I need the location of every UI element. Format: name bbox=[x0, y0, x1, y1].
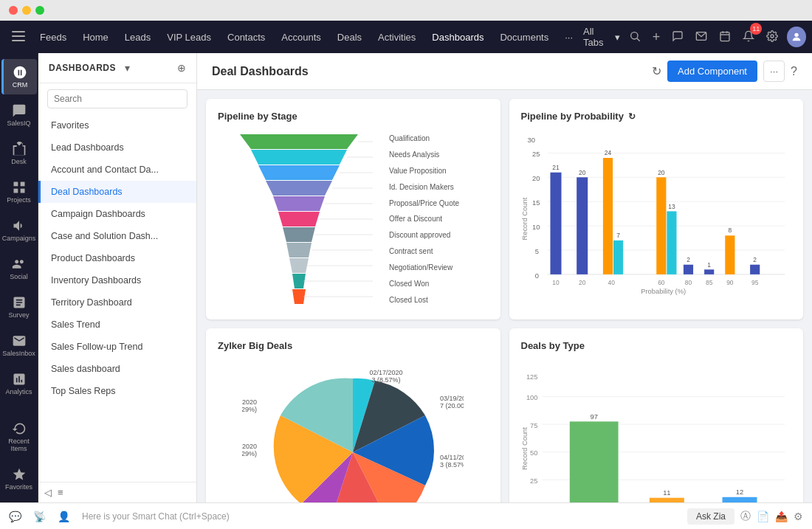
svg-marker-20 bbox=[273, 196, 325, 211]
sidebar-nav-inventory[interactable]: Inventory Dashboards bbox=[38, 269, 196, 291]
nav-contacts[interactable]: Contacts bbox=[220, 27, 272, 47]
sidebar-item-social[interactable]: Social bbox=[1, 251, 37, 286]
svg-rect-62 bbox=[667, 211, 676, 274]
sidebar-item-favorites[interactable]: Favorites bbox=[1, 461, 37, 497]
chat-icon[interactable]: 💬 bbox=[9, 511, 21, 522]
sidebar-collapse-icon[interactable]: ◁ bbox=[44, 487, 52, 498]
sidebar-nav-sales-trend[interactable]: Sales Trend bbox=[38, 314, 196, 336]
sidebar-item-salesinbox[interactable]: SalesInbox bbox=[1, 328, 37, 363]
nav-deals[interactable]: Deals bbox=[330, 27, 369, 47]
zylker-big-deals-card: Zylker Big Deals bbox=[206, 328, 500, 502]
add-component-button[interactable]: Add Component bbox=[667, 60, 757, 82]
deals-by-type-title: Deals by Type bbox=[521, 340, 792, 351]
svg-text:20: 20 bbox=[658, 169, 665, 176]
sidebar-item-projects[interactable]: Projects bbox=[1, 174, 37, 210]
svg-rect-13 bbox=[20, 182, 24, 187]
svg-text:10: 10 bbox=[532, 223, 540, 231]
label-closed-won: Closed Won bbox=[389, 279, 459, 288]
svg-text:7: 7 bbox=[616, 232, 620, 239]
svg-rect-52 bbox=[550, 173, 561, 274]
ask-zia-button[interactable]: Ask Zia bbox=[687, 508, 734, 525]
user-avatar[interactable] bbox=[787, 27, 806, 47]
chat-icon[interactable] bbox=[669, 27, 687, 47]
sidebar-nav-product[interactable]: Product Dashboards bbox=[38, 247, 196, 269]
sidebar-nav-favorites[interactable]: Favorites bbox=[38, 114, 196, 136]
zia-icon-1: Ⓐ bbox=[740, 510, 751, 523]
label-discount-approved: Discount approved bbox=[389, 230, 459, 240]
more-options-button[interactable]: ··· bbox=[763, 60, 785, 82]
sidebar-nav-top-sales-reps[interactable]: Top Sales Reps bbox=[38, 380, 196, 402]
sidebar-item-recent[interactable]: Recent Items bbox=[1, 415, 37, 458]
sidebar-add-btn[interactable]: ▾ bbox=[125, 62, 130, 74]
nav-accounts[interactable]: Accounts bbox=[274, 27, 328, 47]
channels-icon[interactable]: 📡 bbox=[33, 511, 46, 522]
prob-refresh-icon[interactable]: ↻ bbox=[628, 111, 636, 122]
page-title: Deal Dashboards bbox=[212, 65, 309, 78]
sidebar-nav-account-contact[interactable]: Account and Contact Da... bbox=[38, 159, 196, 181]
nav-activities[interactable]: Activities bbox=[371, 27, 423, 47]
svg-rect-64 bbox=[683, 265, 692, 274]
svg-rect-70 bbox=[750, 265, 760, 274]
notification-bell[interactable]: 11 bbox=[740, 27, 757, 47]
label-value-proposition: Value Proposition bbox=[389, 166, 459, 176]
sidebar-item-analytics[interactable]: Analytics bbox=[1, 366, 37, 401]
nav-leads[interactable]: Leads bbox=[117, 27, 158, 47]
search-input[interactable] bbox=[47, 89, 187, 108]
close-btn[interactable] bbox=[9, 6, 18, 15]
svg-text:24: 24 bbox=[604, 149, 611, 156]
sidebar-item-desk[interactable]: Desk bbox=[1, 136, 37, 171]
svg-rect-14 bbox=[13, 189, 18, 193]
sidebar-item-campaigns[interactable]: Campaigns bbox=[1, 212, 37, 248]
svg-text:1: 1 bbox=[707, 261, 711, 269]
settings-icon[interactable] bbox=[763, 27, 781, 47]
hamburger-menu[interactable] bbox=[6, 28, 31, 46]
search-icon[interactable] bbox=[626, 27, 644, 47]
sidebar-nav-case-solution[interactable]: Case and Solution Dash... bbox=[38, 225, 196, 247]
svg-rect-56 bbox=[602, 158, 612, 274]
sidebar-nav-sales-followup[interactable]: Sales Follow-up Trend bbox=[38, 336, 196, 358]
sidebar-item-survey[interactable]: Survey bbox=[1, 289, 37, 325]
sidebar-nav-campaign[interactable]: Campaign Dashboards bbox=[38, 203, 196, 225]
refresh-icon[interactable]: ↻ bbox=[652, 64, 661, 78]
sidebar-new-btn[interactable]: ⊕ bbox=[177, 62, 186, 74]
sidebar-nav-deal-dashboards[interactable]: Deal Dashboards bbox=[38, 181, 196, 203]
nav-more[interactable]: ··· bbox=[557, 27, 580, 47]
svg-rect-0 bbox=[12, 31, 25, 32]
svg-text:05/16/2020: 05/16/2020 bbox=[242, 398, 257, 406]
add-tab-icon[interactable]: + bbox=[650, 27, 664, 48]
sidebar-nav-sales-dashboard[interactable]: Sales dashboard bbox=[38, 358, 196, 380]
sidebar-nav-lead-dashboards[interactable]: Lead Dashboards bbox=[38, 136, 196, 159]
sidebar-nav-territory[interactable]: Territory Dashboard bbox=[38, 291, 196, 314]
nav-vip-leads[interactable]: VIP Leads bbox=[159, 27, 219, 47]
sidebar-item-salesiq[interactable]: SalesIQ bbox=[1, 97, 37, 133]
svg-marker-22 bbox=[283, 227, 315, 242]
maximize-btn[interactable] bbox=[35, 6, 44, 15]
contacts-icon[interactable]: 👤 bbox=[58, 511, 70, 522]
svg-text:25: 25 bbox=[530, 477, 537, 485]
sidebar-list-icon[interactable]: ≡ bbox=[58, 487, 63, 498]
nav-documents[interactable]: Documents bbox=[492, 27, 556, 47]
svg-text:2: 2 bbox=[753, 256, 757, 263]
svg-text:5: 5 bbox=[534, 247, 538, 255]
funnel-container: Qualification Needs Analysis Value Propo… bbox=[218, 131, 489, 308]
nav-feeds[interactable]: Feeds bbox=[32, 27, 74, 47]
panels-sidebar: DASHBOARDS ▾ ⊕ Favorites Lead Dashboards… bbox=[38, 53, 197, 502]
calendar-icon[interactable] bbox=[716, 27, 734, 47]
svg-text:90: 90 bbox=[726, 279, 734, 286]
nav-home[interactable]: Home bbox=[75, 27, 116, 47]
all-tabs-dropdown[interactable]: All Tabs ▾ bbox=[583, 26, 620, 48]
main-content: Deal Dashboards ↻ Add Component ··· ? Pi… bbox=[197, 53, 812, 502]
funnel-svg bbox=[218, 131, 380, 308]
pipeline-by-stage-title: Pipeline by Stage bbox=[218, 111, 489, 122]
pipeline-by-stage-card: Pipeline by Stage bbox=[206, 99, 500, 319]
zylker-big-deals-title: Zylker Big Deals bbox=[218, 340, 489, 351]
help-icon[interactable]: ? bbox=[791, 65, 797, 78]
svg-rect-12 bbox=[13, 182, 18, 187]
sidebar-item-crm[interactable]: CRM bbox=[1, 59, 37, 94]
svg-text:40: 40 bbox=[608, 279, 615, 286]
minimize-btn[interactable] bbox=[22, 6, 31, 15]
notification-count: 11 bbox=[750, 23, 762, 35]
svg-text:95: 95 bbox=[751, 279, 758, 286]
nav-dashboards[interactable]: Dashboards bbox=[424, 27, 491, 47]
mail-icon[interactable] bbox=[692, 27, 710, 47]
